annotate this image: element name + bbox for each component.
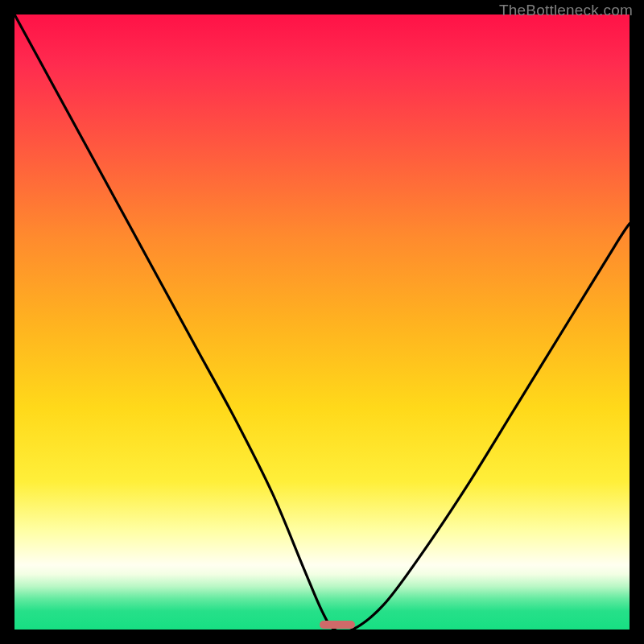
watermark-text: TheBottleneck.com	[499, 2, 633, 19]
bottleneck-curve	[14, 14, 630, 630]
chart-stage: TheBottleneck.com	[0, 0, 644, 644]
plot-area	[14, 14, 630, 630]
optimal-marker	[320, 621, 355, 629]
